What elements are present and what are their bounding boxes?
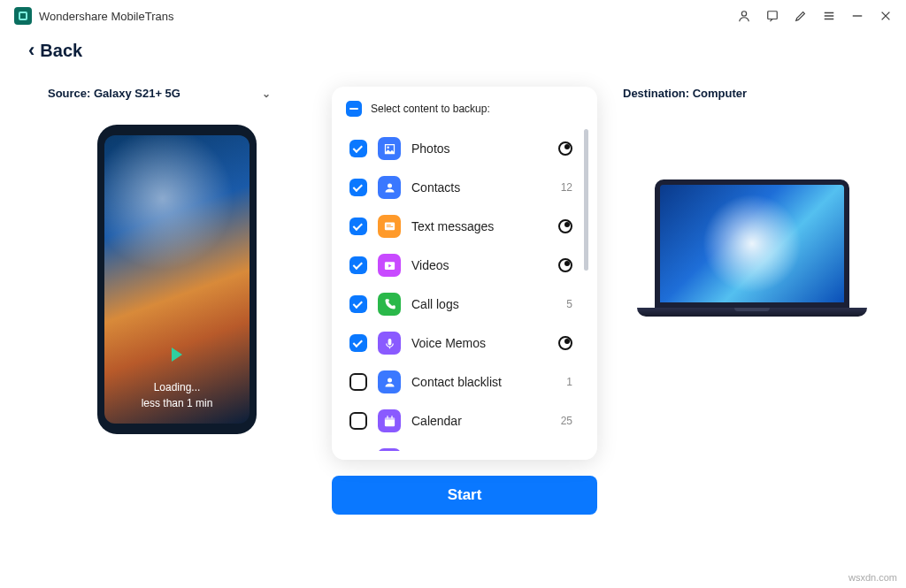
list-item[interactable]: Call logs5 <box>346 285 588 324</box>
minimize-icon[interactable] <box>851 10 864 22</box>
item-label: Calendar <box>411 414 550 428</box>
item-label: Photos <box>411 141 548 156</box>
contacts-icon <box>378 176 401 199</box>
list-item[interactable]: Videos <box>346 246 588 285</box>
svg-rect-1 <box>768 11 778 19</box>
list-item[interactable]: Contacts12 <box>346 168 588 207</box>
back-label: Back <box>40 41 82 61</box>
list-item[interactable]: Voice Memos <box>346 324 588 363</box>
item-count: 12 <box>561 181 572 194</box>
list-item[interactable]: Calendar25 <box>346 401 588 440</box>
main-area: Source: Galaxy S21+ 5G ⌄ Loading... less… <box>0 65 906 515</box>
loading-spinner-icon <box>558 258 572 272</box>
call-logs-icon <box>378 293 401 316</box>
chevron-down-icon: ⌄ <box>262 88 271 100</box>
content-list[interactable]: PhotosContacts12Text messagesVideosCall … <box>346 129 588 451</box>
checkbox[interactable] <box>349 140 367 157</box>
titlebar: Wondershare MobileTrans <box>0 0 906 32</box>
content-column: Select content to backup: PhotosContacts… <box>327 87 602 515</box>
checkbox[interactable] <box>349 334 367 352</box>
checkbox[interactable] <box>349 218 367 235</box>
svg-rect-13 <box>391 416 392 418</box>
phone-loading-text: Loading... less than 1 min <box>142 379 213 411</box>
item-label: Contact blacklist <box>411 375 556 389</box>
loading-line1: Loading... <box>142 379 213 395</box>
card-header: Select content to backup: <box>346 101 588 117</box>
menu-icon[interactable] <box>823 10 835 22</box>
item-count: 25 <box>561 415 572 427</box>
edit-icon[interactable] <box>795 10 807 22</box>
svg-rect-5 <box>386 225 390 225</box>
checkbox[interactable] <box>349 373 367 391</box>
calendar-icon <box>378 409 401 432</box>
content-card: Select content to backup: PhotosContacts… <box>332 87 597 460</box>
account-icon[interactable] <box>738 10 750 22</box>
list-item[interactable]: Photos <box>346 129 588 168</box>
svg-point-9 <box>388 378 392 382</box>
svg-point-0 <box>741 11 746 16</box>
destination-label: Destination: Computer <box>619 87 885 179</box>
titlebar-left: Wondershare MobileTrans <box>14 7 173 25</box>
source-column: Source: Galaxy S21+ 5G ⌄ Loading... less… <box>44 87 310 515</box>
app-title: Wondershare MobileTrans <box>39 10 173 23</box>
checkbox[interactable] <box>349 256 367 274</box>
loading-spinner-icon <box>558 141 572 156</box>
item-count: 1 <box>566 376 572 388</box>
select-header-label: Select content to backup: <box>371 103 490 115</box>
phone-screen: Loading... less than 1 min <box>104 135 250 424</box>
start-button[interactable]: Start <box>332 476 597 515</box>
checkbox[interactable] <box>349 295 367 313</box>
svg-point-3 <box>388 183 392 187</box>
list-item[interactable]: Text messages <box>346 207 588 246</box>
svg-rect-12 <box>387 416 388 418</box>
item-label: Contacts <box>411 180 550 195</box>
loading-spinner-icon <box>558 336 572 350</box>
item-label: Voice Memos <box>411 336 548 350</box>
item-count: 5 <box>566 298 572 310</box>
loading-spinner-icon <box>558 219 572 233</box>
voice-memos-icon <box>378 332 401 355</box>
item-label: Call logs <box>411 297 556 311</box>
item-label: Text messages <box>411 219 548 233</box>
back-bar: ‹ Back <box>0 32 906 65</box>
photos-icon <box>378 137 401 160</box>
text-messages-icon <box>378 215 401 238</box>
checkbox[interactable] <box>349 412 367 430</box>
app-logo <box>14 7 32 25</box>
chevron-left-icon: ‹ <box>28 39 35 62</box>
destination-column: Destination: Computer <box>619 87 885 515</box>
source-label: Source: Galaxy S21+ 5G <box>48 87 180 100</box>
close-icon[interactable] <box>879 10 892 22</box>
play-icon <box>172 347 182 362</box>
svg-rect-8 <box>388 338 391 345</box>
list-item[interactable]: Contact blacklist1 <box>346 363 588 401</box>
titlebar-right <box>738 10 892 22</box>
checkbox[interactable] <box>349 179 367 196</box>
source-selector[interactable]: Source: Galaxy S21+ 5G ⌄ <box>44 87 274 125</box>
loading-line2: less than 1 min <box>142 395 213 411</box>
feedback-icon[interactable] <box>766 10 779 22</box>
item-label: Videos <box>411 258 548 272</box>
back-button[interactable]: ‹ Back <box>28 39 82 62</box>
apps-icon <box>378 448 401 451</box>
svg-rect-11 <box>384 417 394 420</box>
contact-blacklist-icon <box>378 370 401 393</box>
list-item[interactable]: Apps <box>346 440 588 451</box>
laptop-mockup <box>637 179 867 317</box>
videos-icon <box>378 254 401 277</box>
scrollbar[interactable] <box>584 129 588 451</box>
select-all-checkbox[interactable] <box>346 101 362 117</box>
svg-rect-6 <box>386 225 393 226</box>
phone-mockup: Loading... less than 1 min <box>97 125 257 434</box>
watermark: wsxdn.com <box>848 572 897 583</box>
svg-point-2 <box>387 146 389 149</box>
